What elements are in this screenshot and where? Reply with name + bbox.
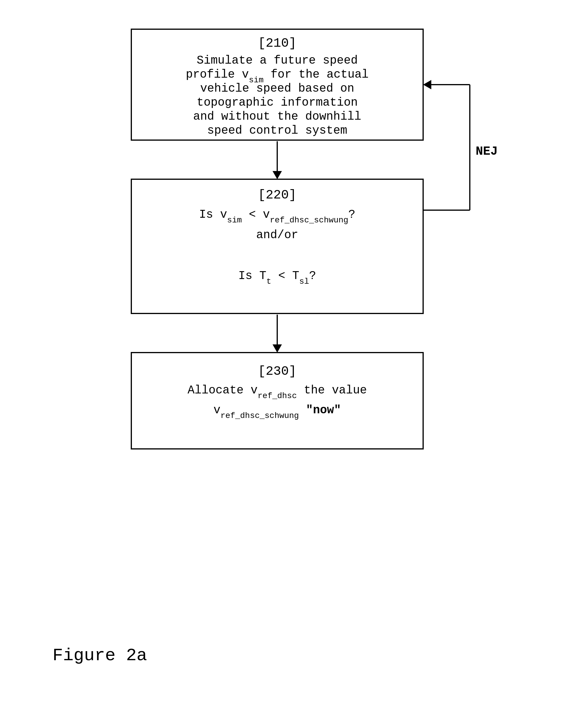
figure-label: Figure 2a	[52, 646, 147, 665]
